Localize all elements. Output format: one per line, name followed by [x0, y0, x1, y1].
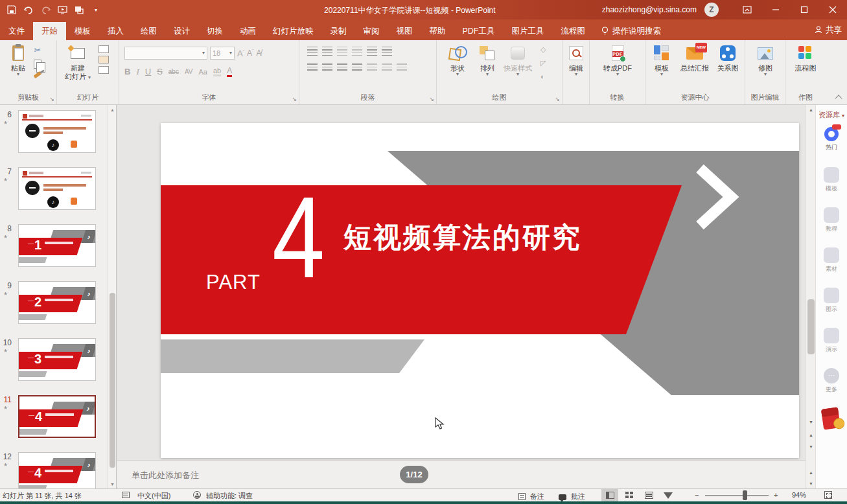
sidebar-item-模板[interactable]: 模板 [816, 167, 847, 193]
share-button[interactable]: 共享 [815, 22, 842, 38]
sidebar-item-热门[interactable]: 热门 [816, 127, 847, 152]
edit-button[interactable]: 编辑▾ [559, 44, 593, 76]
shapes-button[interactable]: 形状▾ [441, 44, 474, 76]
notes-toggle[interactable]: 备注 [518, 492, 544, 501]
quick-styles-button[interactable]: 快速样式▾ [499, 44, 537, 76]
main-scrollbar[interactable]: ▲ ▼ ▲ ▼ ▲ ▼ [806, 105, 815, 488]
accessibility-icon[interactable] [193, 491, 201, 500]
shape-outline-icon[interactable]: ◸ [540, 59, 546, 67]
thumb-scroll-down-icon[interactable]: ▼ [108, 479, 117, 488]
clipboard-dialog-launcher[interactable]: ↘ [49, 96, 54, 102]
change-case-icon[interactable]: Aa [199, 68, 207, 76]
fit-to-window-button[interactable] [824, 491, 832, 500]
tab-图片工具[interactable]: 图片工具 [504, 22, 553, 40]
line-spacing-icon[interactable] [367, 47, 377, 56]
accessibility-status[interactable]: 辅助功能: 调查 [206, 491, 253, 501]
previous-slide-button[interactable]: ▲ [806, 430, 816, 440]
slide-sorter-view-button[interactable] [621, 489, 638, 501]
tab-录制[interactable]: 录制 [322, 22, 355, 40]
tab-幻灯片放映[interactable]: 幻灯片放映 [264, 22, 322, 40]
scroll-down-icon[interactable]: ▼ [806, 417, 816, 427]
slide-thumbnail-12[interactable]: ›—4 [18, 452, 96, 488]
slide-canvas[interactable]: PART 4 短视频算法的研究 [117, 105, 806, 460]
abc-strike-icon[interactable]: abc [168, 68, 179, 75]
slide-thumbnail-7[interactable]: ♪ [18, 167, 96, 210]
slideshow-from-start-icon[interactable] [57, 5, 67, 15]
redo-icon[interactable] [40, 5, 51, 15]
font-name-combo[interactable]: ▾ [124, 47, 207, 60]
sidebar-item-演示[interactable]: 演示 [816, 328, 847, 354]
relation-diagram-button[interactable]: 关系图 [713, 44, 743, 73]
copy-icon[interactable] [34, 60, 41, 69]
scrollbar-thumb[interactable] [807, 299, 815, 354]
flowchart-button[interactable]: 流程图 [789, 44, 822, 73]
tab-绘图[interactable]: 绘图 [132, 22, 165, 40]
ribbon-display-options-icon[interactable] [733, 0, 761, 19]
to-pdf-button[interactable]: PDF 转成PDF▾ [601, 44, 634, 76]
slide-thumbnail-9[interactable]: ›—2 [18, 281, 96, 324]
zoom-slider-track[interactable] [705, 495, 769, 496]
tab-设计[interactable]: 设计 [165, 22, 198, 40]
smartart-convert-icon[interactable] [397, 63, 407, 73]
strikethrough-button[interactable]: S [157, 67, 163, 76]
collapse-ribbon-icon[interactable] [835, 94, 842, 100]
zoom-in-button[interactable]: + [774, 491, 778, 499]
scroll-up-icon[interactable]: ▲ [806, 105, 816, 115]
drawing-dialog-launcher[interactable]: ↘ [555, 96, 560, 102]
language-indicator[interactable]: 中文(中国) [137, 491, 170, 501]
retouch-button[interactable]: 修图▾ [748, 44, 782, 76]
columns-icon[interactable] [367, 63, 377, 73]
tab-视图[interactable]: 视图 [388, 22, 421, 40]
notes-scroll-down-icon[interactable]: ▼ [806, 479, 816, 488]
grow-font-icon[interactable]: Aˆ [237, 49, 244, 58]
section-icon[interactable] [99, 66, 109, 74]
shape-effects-icon[interactable]: ◐ [540, 73, 546, 80]
text-direction-icon[interactable] [382, 47, 392, 56]
notes-pane[interactable]: 单击此处添加备注 1/12 [117, 460, 806, 488]
minimize-button[interactable] [761, 0, 790, 19]
underline-button[interactable]: U [145, 67, 151, 76]
italic-button[interactable]: I [136, 67, 139, 77]
font-dialog-launcher[interactable]: ↘ [292, 96, 297, 102]
decrease-indent-icon[interactable] [337, 47, 347, 56]
sidebar-item-更多[interactable]: ···更多 [816, 368, 847, 394]
comments-toggle[interactable]: 批注 [559, 492, 585, 501]
bold-button[interactable]: B [124, 67, 130, 76]
tell-me-search[interactable]: 操作说明搜索 [594, 22, 669, 40]
tab-审阅[interactable]: 审阅 [355, 22, 388, 40]
bullets-icon[interactable] [307, 47, 318, 56]
paragraph-dialog-launcher[interactable]: ↘ [429, 96, 434, 102]
increase-indent-icon[interactable] [352, 47, 362, 56]
new-slide-button[interactable]: 新建 幻灯片 ▾ [61, 44, 95, 81]
align-right-icon[interactable] [337, 63, 347, 73]
notes-placeholder[interactable]: 单击此处添加备注 [132, 470, 199, 481]
tab-流程图[interactable]: 流程图 [553, 22, 594, 40]
undo-icon[interactable] [23, 5, 34, 15]
normal-view-button[interactable] [601, 489, 618, 501]
shrink-font-icon[interactable]: Aˇ [247, 49, 253, 58]
slide-thumbnail-10[interactable]: ›—3 [18, 338, 96, 381]
sidebar-item-图示[interactable]: 图示 [816, 288, 847, 314]
notes-scroll-up-icon[interactable]: ▲ [806, 468, 816, 477]
slide-thumbnail-8[interactable]: ›—1 [18, 224, 96, 267]
account-email[interactable]: zhaozizhong@vip.sina.com [602, 5, 697, 14]
close-button[interactable] [818, 0, 847, 19]
slide-title[interactable]: 短视频算法的研究 [343, 219, 582, 257]
align-left-icon[interactable] [307, 63, 318, 73]
slide-thumbnail-11[interactable]: ›—4 [18, 395, 96, 438]
cut-icon[interactable]: ✂ [34, 45, 41, 55]
reset-slide-icon[interactable] [99, 56, 109, 63]
sidebar-item-教程[interactable]: 教程 [816, 207, 847, 233]
keyboard-icon[interactable] [122, 492, 130, 499]
thumb-scroll-up-icon[interactable]: ▲ [108, 105, 117, 114]
tab-PDF工具[interactable]: PDF工具 [454, 22, 504, 40]
tab-模板[interactable]: 模板 [66, 22, 99, 40]
paste-button[interactable]: 粘贴▾ [1, 44, 35, 76]
tab-切换[interactable]: 切换 [198, 22, 231, 40]
resource-library-header[interactable]: 资源库 ▾ [816, 110, 847, 120]
sidebar-item-素材[interactable]: 素材 [816, 247, 847, 273]
maximize-button[interactable] [790, 0, 818, 19]
align-text-icon[interactable] [382, 63, 392, 73]
zoom-out-button[interactable]: − [695, 491, 699, 499]
customize-qat-icon[interactable]: ▾ [91, 5, 101, 15]
